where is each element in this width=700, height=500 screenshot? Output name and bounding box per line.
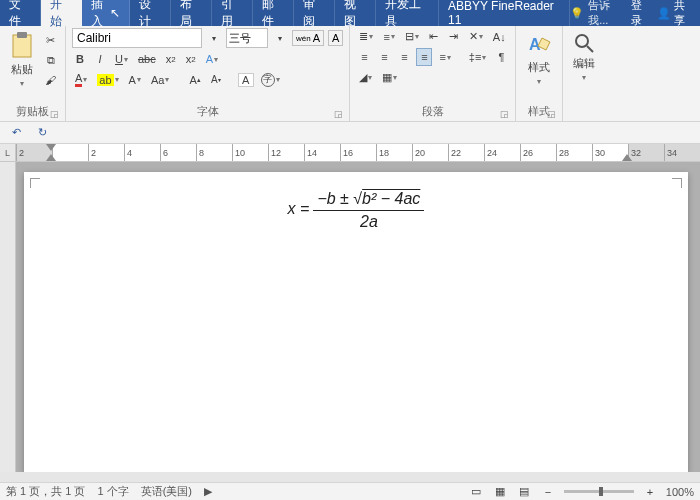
login-link[interactable]: 登录	[631, 0, 651, 28]
text-effects-button[interactable]: A	[203, 51, 221, 67]
group-label-styles: 样式◲	[522, 103, 556, 121]
status-language[interactable]: 英语(美国)	[141, 484, 192, 499]
group-clipboard: 粘贴 ▾ ✂ ⧉ 🖌 剪贴板◲	[0, 26, 66, 121]
font-size-dropdown[interactable]: ▾	[272, 32, 288, 45]
right-indent-marker[interactable]	[622, 154, 632, 161]
tab-layout[interactable]: 布局	[171, 0, 212, 26]
redo-button[interactable]: ↻	[34, 124, 50, 141]
document-page[interactable]: x = −b ± √b² − 4ac 2a	[24, 172, 688, 472]
tab-references[interactable]: 引用	[212, 0, 253, 26]
status-word-count[interactable]: 1 个字	[97, 484, 128, 499]
dialog-launcher-icon[interactable]: ◲	[334, 109, 343, 119]
cursor-icon: ↖	[110, 6, 120, 20]
align-left-button[interactable]: ≡	[356, 49, 372, 65]
cut-button[interactable]: ✂	[42, 32, 59, 49]
dialog-launcher-icon[interactable]: ◲	[50, 109, 59, 119]
paste-button[interactable]: 粘贴 ▾	[6, 28, 38, 92]
view-read-button[interactable]: ▭	[468, 483, 484, 500]
clear-formatting-button[interactable]: A	[238, 73, 254, 87]
share-button[interactable]: 👤共享	[657, 0, 692, 28]
first-line-indent-marker[interactable]	[46, 144, 56, 151]
change-case-button[interactable]: Aa	[148, 72, 172, 88]
svg-rect-0	[13, 35, 31, 57]
increase-indent-button[interactable]: ⇥	[446, 28, 462, 45]
vertical-ruler[interactable]	[0, 162, 16, 472]
editing-button[interactable]: 编辑 ▾	[569, 28, 599, 86]
underline-button[interactable]: U	[112, 51, 131, 67]
sort-button[interactable]: A↓	[490, 29, 509, 45]
zoom-out-button[interactable]: −	[540, 484, 556, 500]
zoom-level[interactable]: 100%	[666, 486, 694, 498]
align-center-button[interactable]: ≡	[376, 49, 392, 65]
decrease-indent-button[interactable]: ⇤	[426, 28, 442, 45]
align-justify-button[interactable]: ≡	[416, 48, 432, 66]
brush-icon: 🖌	[45, 74, 56, 86]
view-web-button[interactable]: ▤	[516, 483, 532, 500]
horizontal-ruler[interactable]: 2246810121416182022242628303234363840424…	[16, 144, 700, 161]
shading-button[interactable]: ◢	[356, 69, 375, 86]
find-icon	[573, 32, 595, 54]
font-size-select[interactable]	[226, 28, 268, 48]
equation-object[interactable]: x = −b ± √b² − 4ac 2a	[24, 190, 688, 231]
multilevel-button[interactable]: ⊟	[402, 28, 422, 45]
tab-mailings[interactable]: 邮件	[253, 0, 294, 26]
status-page[interactable]: 第 1 页，共 1 页	[6, 484, 85, 499]
tab-developer[interactable]: 开发工具	[376, 0, 439, 26]
tab-view[interactable]: 视图	[335, 0, 376, 26]
group-paragraph: ≣ ≡ ⊟ ⇤ ⇥ ✕ A↓ ≡ ≡ ≡ ≡ ≡ ‡≡ ¶ ◢ ▦	[350, 26, 516, 121]
tab-selector[interactable]: L	[0, 144, 16, 161]
font-name-dropdown[interactable]: ▾	[206, 32, 222, 45]
asian-layout-button[interactable]: ✕	[466, 28, 486, 45]
zoom-in-button[interactable]: +	[642, 484, 658, 500]
italic-button[interactable]: I	[92, 51, 108, 67]
highlight-button[interactable]: ab	[94, 72, 121, 88]
format-painter-button[interactable]: 🖌	[42, 72, 59, 88]
copy-button[interactable]: ⧉	[42, 52, 59, 69]
superscript-button[interactable]: x2	[183, 51, 199, 67]
multilevel-icon: ⊟	[405, 30, 414, 43]
numbering-button[interactable]: ≡	[380, 29, 397, 45]
status-bar: 第 1 页，共 1 页 1 个字 英语(美国) ▶ ▭ ▦ ▤ − + 100%	[0, 482, 700, 500]
enclose-chars-button[interactable]: 字	[258, 71, 283, 89]
tab-file[interactable]: 文件	[0, 0, 41, 26]
bullets-button[interactable]: ≣	[356, 28, 376, 45]
bold-button[interactable]: B	[72, 51, 88, 67]
phonetic-guide-button[interactable]: wénA	[292, 30, 324, 46]
dialog-launcher-icon[interactable]: ◲	[547, 109, 556, 119]
shrink-font-button[interactable]: A▾	[208, 72, 224, 87]
tell-me-search[interactable]: 💡 告诉我...	[570, 0, 625, 28]
margin-corner-icon	[30, 178, 40, 188]
strikethrough-button[interactable]: abc	[135, 51, 159, 67]
subscript-button[interactable]: x2	[163, 51, 179, 67]
status-macro-icon[interactable]: ▶	[204, 485, 212, 498]
tab-design[interactable]: 设计	[130, 0, 171, 26]
styles-button[interactable]: A 样式 ▾	[522, 28, 556, 90]
tab-home[interactable]: 开始	[41, 0, 82, 26]
copy-icon: ⧉	[47, 54, 55, 67]
tab-review[interactable]: 审阅	[294, 0, 335, 26]
align-right-button[interactable]: ≡	[396, 49, 412, 65]
margin-corner-icon	[672, 178, 682, 188]
hanging-indent-marker[interactable]	[46, 154, 56, 161]
group-styles: A 样式 ▾ 样式◲	[516, 26, 563, 121]
font-name-select[interactable]	[72, 28, 202, 48]
styles-icon: A	[526, 32, 552, 58]
grow-font-button[interactable]: A▴	[186, 72, 203, 88]
dialog-launcher-icon[interactable]: ◲	[500, 109, 509, 119]
tab-abbyy[interactable]: ABBYY FineReader 11	[439, 0, 570, 26]
char-shading-button[interactable]: A	[126, 72, 144, 88]
group-label-font: 字体◲	[72, 103, 343, 121]
borders-button[interactable]: ▦	[379, 69, 400, 86]
document-area: x = −b ± √b² − 4ac 2a	[0, 162, 700, 472]
show-marks-button[interactable]: ¶	[493, 49, 509, 65]
tab-insert[interactable]: 插入↖	[82, 0, 130, 26]
distribute-button[interactable]: ≡	[436, 49, 453, 65]
zoom-slider[interactable]	[564, 490, 634, 493]
line-spacing-button[interactable]: ‡≡	[466, 49, 490, 65]
lightbulb-icon: 💡	[570, 7, 584, 20]
bucket-icon: ◢	[359, 71, 367, 84]
font-color-button[interactable]: A	[72, 70, 90, 89]
view-print-button[interactable]: ▦	[492, 483, 508, 500]
undo-button[interactable]: ↶	[8, 124, 24, 141]
character-border-button[interactable]: A	[328, 30, 343, 46]
